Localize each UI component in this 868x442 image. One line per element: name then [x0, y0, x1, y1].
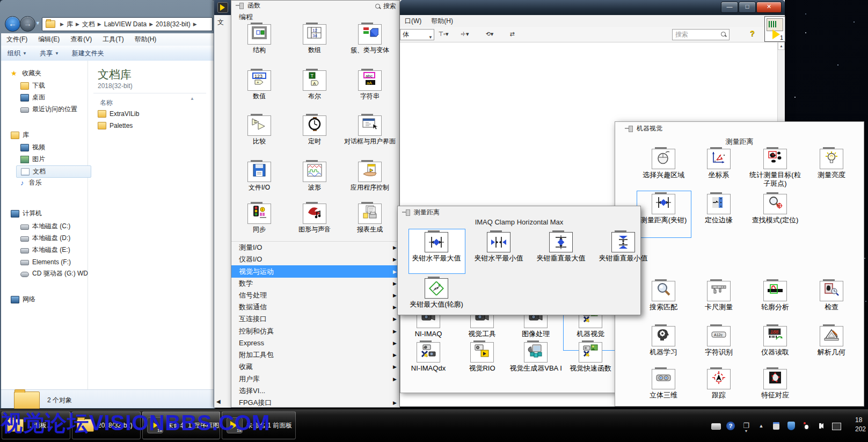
category-control-sim[interactable]: 控制和仿真▶ — [231, 325, 399, 337]
measure-distance-titlebar[interactable]: 测量距离 — [398, 206, 640, 218]
keyboard-layout-icon[interactable] — [711, 422, 721, 430]
menu-help[interactable]: 帮助(H) — [426, 17, 458, 26]
palette-item-comparison[interactable]: 比较 — [232, 115, 286, 146]
palette-item-clamp-vertical-min[interactable]: 夹钳垂直最小值 — [596, 232, 650, 263]
palette-item-vision-rio[interactable]: 视觉RIO — [455, 342, 509, 373]
category-vision-motion[interactable]: 视觉与运动▶ — [231, 265, 399, 277]
minimize-button[interactable]: — — [721, 2, 738, 13]
palette-item-machine-learning[interactable]: 机器学习 — [637, 326, 690, 357]
breadcrumb-item[interactable]: 2018(32-bit) — [156, 20, 191, 28]
new-folder-button[interactable]: 新建文件夹 — [65, 49, 111, 58]
palette-item-inspect[interactable]: 检查 — [805, 281, 858, 311]
palette-item-tracking[interactable]: 跟踪 — [692, 369, 746, 400]
palette-item-numeric[interactable]: 123+数值 — [232, 70, 286, 100]
palette-item-vision-builder[interactable]: 视觉生成器VBA I — [509, 342, 563, 373]
menu-file[interactable]: 文件(F) — [1, 35, 33, 44]
maximize-button[interactable]: □ — [739, 2, 756, 13]
toolbar-search-input[interactable]: 搜索 — [672, 29, 730, 40]
palette-item-vision-express[interactable]: 视觉快速函数 — [564, 342, 617, 373]
palette-item-clamp-vertical-max[interactable]: 夹钳垂直最大值 — [534, 232, 588, 263]
align-objects-button[interactable]: ⊤▫▾ — [434, 29, 453, 39]
palette-item-sync[interactable]: 同步 — [232, 204, 286, 234]
vertical-scrollbar[interactable]: ▲ — [777, 42, 785, 121]
palette-item-clamp-horizontal-min[interactable]: 夹钳水平最小值 — [472, 232, 526, 263]
security-shield-icon[interactable] — [786, 422, 796, 430]
category-favorites[interactable]: 收藏▶ — [231, 361, 399, 373]
category-signal-processing[interactable]: 信号处理▶ — [231, 289, 399, 301]
menu-help[interactable]: 帮助(H) — [129, 35, 162, 44]
resize-objects-button[interactable]: ⟲▾ — [480, 29, 499, 39]
palette-item-locate-edges[interactable]: 定位边缘 — [692, 194, 746, 224]
front-panel-titlebar[interactable]: — □ ✕ — [400, 0, 785, 15]
sidebar-libraries[interactable]: 库 — [1, 129, 97, 141]
category-express[interactable]: Express▶ — [231, 337, 399, 349]
palette-item-graphics-sound[interactable]: 图形与声音 — [288, 204, 341, 234]
help-tray-icon[interactable]: ? — [726, 422, 736, 430]
palette-item-waveform[interactable]: 波形 — [288, 162, 341, 192]
sort-arrow-icon[interactable]: ▲ — [190, 96, 194, 101]
palette-item-file-io[interactable]: 文件I/O — [232, 162, 286, 192]
palette-item-instrument-reader[interactable]: 188仪器读取 — [748, 326, 802, 357]
palette-item-clamp-horizontal-max[interactable]: 夹钳水平最大值 — [410, 232, 463, 263]
file-row[interactable]: Palettes — [98, 122, 133, 129]
palette-item-feature-correspondence[interactable]: 特征对应 — [748, 369, 802, 400]
palette-item-ni-imaqdx[interactable]: NI-IMAQdx — [402, 342, 455, 373]
menu-window-fragment[interactable]: 口(W) — [400, 17, 426, 26]
back-button[interactable]: ← — [5, 16, 20, 32]
palette-item-cluster[interactable]: 簇、类与变体 — [343, 24, 397, 54]
menu-tools[interactable]: 工具(T) — [97, 35, 129, 44]
show-windows-icon[interactable]: ❐▼ — [741, 422, 751, 430]
palette-item-stereo-3d[interactable]: 立体三维 — [637, 369, 690, 400]
qq-icon[interactable] — [801, 422, 811, 430]
scroll-left-icon[interactable]: ◀ — [216, 398, 221, 404]
machine-vision-titlebar[interactable]: 机器视觉 — [615, 122, 864, 135]
palette-search[interactable]: 搜索 — [375, 2, 396, 11]
history-dropdown-icon[interactable]: ▼ — [35, 20, 40, 26]
palette-item-array[interactable]: 1234数组 — [288, 24, 341, 54]
palette-item-analyze-contours[interactable]: 轮廓分析 — [748, 281, 802, 311]
network-tray-icon[interactable] — [831, 422, 841, 430]
menu-edit[interactable]: 编辑(E) — [33, 35, 65, 44]
file-row[interactable]: ExtraVILib — [98, 110, 139, 118]
palette-item-app-control[interactable]: 应用程序控制 — [343, 162, 397, 192]
category-math[interactable]: 数学▶ — [231, 278, 399, 289]
breadcrumb[interactable]: ▶ 库 ▶ 文档 ▶ LabVIEW Data ▶ 2018(32-bit) ▶ — [42, 17, 213, 31]
organize-button[interactable]: 组织▼ — [1, 49, 33, 58]
show-hidden-icons[interactable]: ▲ — [756, 422, 766, 430]
palette-item-measure-distance[interactable]: 测量距离(夹钳) — [637, 194, 690, 224]
category-measurement-io[interactable]: 测量I/O▶ — [231, 242, 399, 253]
palette-item-coordinate-system[interactable]: 坐标系 — [692, 149, 746, 179]
breadcrumb-item[interactable]: 库 — [67, 20, 73, 29]
pin-icon[interactable] — [236, 2, 244, 9]
sidebar-computer[interactable]: 计算机 — [1, 208, 97, 219]
context-help-icon[interactable]: ? — [750, 28, 755, 38]
functions-palette-titlebar[interactable]: 函数 搜索 — [231, 1, 399, 10]
palette-item-clamp-max-contour[interactable]: 夹钳最大值(轮廓) — [410, 278, 463, 309]
reorder-button[interactable]: ⇄ — [503, 29, 521, 39]
sidebar-network[interactable]: 网络 — [1, 294, 97, 305]
palette-item-caliper[interactable]: 卡尺测量 — [692, 281, 746, 311]
volume-icon[interactable] — [816, 422, 826, 430]
breadcrumb-item[interactable]: 文档 — [82, 20, 95, 29]
scroll-up-icon[interactable]: ▲ — [778, 42, 785, 50]
palette-item-timing[interactable]: 定时 — [288, 115, 341, 146]
sidebar-favorites[interactable]: ★ 收藏夹 — [1, 68, 97, 79]
close-button[interactable]: ✕ — [756, 2, 782, 13]
category-user-lib[interactable]: 用户库▶ — [231, 373, 399, 385]
pin-icon[interactable] — [402, 209, 411, 215]
palette-item-measure-intensity[interactable]: 测量亮度 — [805, 149, 858, 179]
menu-view[interactable]: 查看(V) — [65, 35, 97, 44]
category-select-vi[interactable]: 选择VI... — [231, 385, 399, 397]
category-instrument-io[interactable]: 仪器I/O▶ — [231, 253, 399, 265]
category-connectivity[interactable]: 互连接口▶ — [231, 313, 399, 325]
usb-device-icon[interactable] — [771, 422, 781, 430]
palette-item-analytic-geometry[interactable]: 解析几何 — [805, 326, 858, 357]
menu-file-fragment[interactable]: 文 — [217, 18, 224, 27]
sidebar-item-documents[interactable]: 文档 — [16, 165, 91, 178]
palette-item-dialog-ui[interactable]: 对话框与用户界面 — [343, 115, 397, 146]
palette-item-search-match[interactable]: 搜索匹配 — [637, 281, 690, 311]
category-addons[interactable]: 附加工具包▶ — [231, 349, 399, 361]
palette-item-string[interactable]: abcaA字符串 — [343, 70, 397, 100]
palette-item-structures[interactable]: 结构 — [232, 24, 286, 54]
breadcrumb-item[interactable]: LabVIEW Data — [104, 20, 147, 28]
